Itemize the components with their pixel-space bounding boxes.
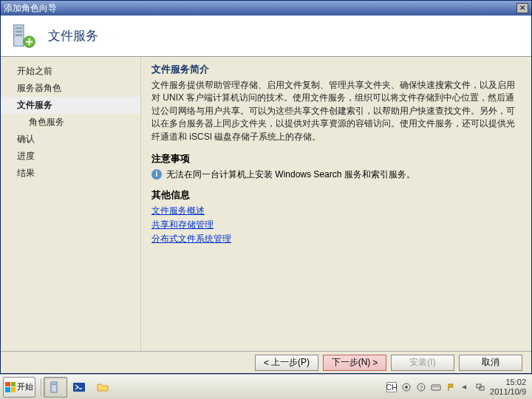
clock-date: 2011/10/9 <box>490 387 526 396</box>
note-line: i 无法在同一台计算机上安装 Windows Search 服务和索引服务。 <box>151 168 521 181</box>
taskbar-separator <box>41 378 41 396</box>
svg-rect-15 <box>437 386 439 387</box>
content-pane: 文件服务简介 文件服务提供帮助管理存储、启用文件复制、管理共享文件夹、确保快速搜… <box>141 57 531 351</box>
svg-rect-13 <box>433 386 434 387</box>
clock[interactable]: 15:02 2011/10/9 <box>490 378 526 395</box>
folder-icon <box>96 381 109 394</box>
flag-icon[interactable] <box>446 382 456 392</box>
prev-button[interactable]: < 上一步(P) <box>255 355 318 371</box>
svg-rect-3 <box>16 34 23 36</box>
svg-rect-6 <box>52 383 56 385</box>
link-dfs-management[interactable]: 分布式文件系统管理 <box>151 233 521 245</box>
clock-time: 15:02 <box>490 378 526 386</box>
taskbar-app-powershell[interactable] <box>67 377 91 398</box>
svg-rect-14 <box>435 386 437 387</box>
sidebar-item-before-begin[interactable]: 开始之前 <box>1 63 140 80</box>
sidebar-item-results[interactable]: 结果 <box>1 165 140 182</box>
button-bar: < 上一步(P) 下一步(N) > 安装(I) 取消 <box>1 351 531 373</box>
sidebar-item-file-services[interactable]: 文件服务 <box>1 97 140 114</box>
install-button: 安装(I) <box>391 355 454 371</box>
volume-icon[interactable] <box>460 382 471 392</box>
network-icon[interactable] <box>475 382 485 392</box>
link-file-services-overview[interactable]: 文件服务概述 <box>151 205 521 217</box>
info-icon: i <box>151 169 162 180</box>
page-heading: 文件服务 <box>48 27 98 44</box>
sidebar-item-server-roles[interactable]: 服务器角色 <box>1 80 140 97</box>
system-tray: CH ? 15:02 2011/10/9 <box>386 378 532 395</box>
titlebar[interactable]: 添加角色向导 ✕ <box>1 1 531 16</box>
cancel-button[interactable]: 取消 <box>459 355 522 371</box>
taskbar-app-explorer[interactable] <box>91 377 115 398</box>
window-title: 添加角色向导 <box>4 2 57 15</box>
ime-indicator[interactable]: CH <box>386 382 397 392</box>
svg-text:?: ? <box>420 384 423 391</box>
svg-rect-2 <box>16 30 23 33</box>
taskbar: 开始 CH ? <box>0 374 532 399</box>
close-button[interactable]: ✕ <box>516 3 528 13</box>
wizard-body: 开始之前 服务器角色 文件服务 角色服务 确认 进度 结果 文件服务简介 文件服… <box>1 57 531 351</box>
close-icon: ✕ <box>519 4 525 12</box>
server-manager-icon <box>49 381 62 394</box>
intro-heading: 文件服务简介 <box>151 63 521 76</box>
sidebar: 开始之前 服务器角色 文件服务 角色服务 确认 进度 结果 <box>1 57 141 351</box>
note-text: 无法在同一台计算机上安装 Windows Search 服务和索引服务。 <box>166 168 415 181</box>
chevron-left-icon: < <box>264 358 269 368</box>
svg-point-9 <box>405 386 408 389</box>
sidebar-item-confirm[interactable]: 确认 <box>1 131 140 148</box>
notes-heading: 注意事项 <box>151 152 521 166</box>
server-icon <box>10 22 38 50</box>
sidebar-item-role-services[interactable]: 角色服务 <box>1 114 140 131</box>
svg-rect-1 <box>16 27 23 29</box>
svg-rect-12 <box>432 385 440 390</box>
keyboard-icon[interactable] <box>431 382 441 392</box>
links: 文件服务概述 共享和存储管理 分布式文件系统管理 <box>151 205 521 245</box>
help-icon[interactable]: ? <box>416 382 426 392</box>
ime-options-icon[interactable] <box>401 382 412 392</box>
next-button[interactable]: 下一步(N) > <box>323 355 386 371</box>
powershell-icon <box>72 381 86 394</box>
link-share-storage-management[interactable]: 共享和存储管理 <box>151 219 521 231</box>
wizard-window: 添加角色向导 ✕ 文件服务 开始之前 服务器角色 文件服务 角色服务 确认 进度 <box>0 0 532 374</box>
intro-text: 文件服务提供帮助管理存储、启用文件复制、管理共享文件夹、确保快速搜索文件，以及启… <box>151 79 521 143</box>
sidebar-item-progress[interactable]: 进度 <box>1 148 140 165</box>
other-info-heading: 其他信息 <box>151 188 521 202</box>
windows-logo-icon <box>5 382 16 392</box>
taskbar-app-server-manager[interactable] <box>44 377 67 398</box>
chevron-right-icon: > <box>372 358 378 368</box>
banner: 文件服务 <box>1 16 531 57</box>
start-button[interactable]: 开始 <box>3 377 35 398</box>
